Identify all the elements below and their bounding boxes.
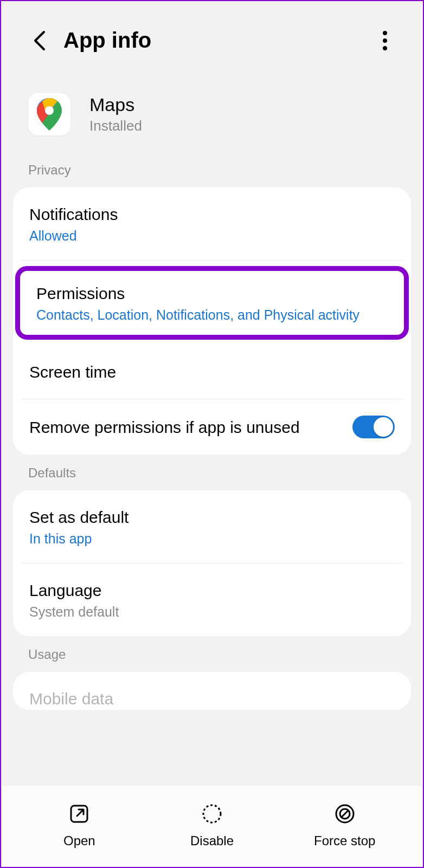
disable-icon	[200, 802, 224, 826]
more-options-button[interactable]	[374, 30, 396, 51]
app-name: Maps	[89, 94, 142, 115]
permissions-sub: Contacts, Location, Notifications, and P…	[36, 307, 388, 323]
defaults-card: Set as default In this app Language Syst…	[13, 490, 411, 636]
app-header: Maps Installed	[1, 72, 423, 152]
open-icon	[67, 802, 91, 826]
svg-point-2	[383, 46, 387, 50]
notifications-row[interactable]: Notifications Allowed	[13, 187, 411, 260]
app-status: Installed	[89, 118, 142, 134]
page-title: App info	[63, 28, 374, 53]
permissions-row[interactable]: Permissions Contacts, Location, Notifica…	[15, 266, 409, 340]
svg-point-6	[203, 805, 221, 822]
notifications-title: Notifications	[29, 204, 395, 225]
notifications-sub: Allowed	[29, 228, 395, 244]
language-sub: System default	[29, 604, 395, 620]
svg-point-1	[383, 38, 387, 43]
app-icon	[28, 93, 70, 135]
screen-time-row[interactable]: Screen time	[13, 345, 411, 399]
open-label: Open	[63, 833, 95, 848]
more-vertical-icon	[382, 30, 388, 51]
privacy-card: Notifications Allowed Permissions Contac…	[13, 187, 411, 455]
language-title: Language	[29, 580, 395, 601]
remove-permissions-toggle[interactable]	[352, 416, 395, 438]
usage-card: Mobile data	[13, 672, 411, 710]
language-row[interactable]: Language System default	[13, 563, 411, 636]
app-info-text: Maps Installed	[89, 94, 142, 134]
svg-point-0	[383, 31, 387, 35]
section-usage: Usage	[1, 636, 423, 672]
force-stop-label: Force stop	[314, 833, 375, 848]
bottom-action-bar: Open Disable Force stop	[2, 786, 422, 867]
open-button[interactable]: Open	[13, 802, 146, 848]
set-default-title: Set as default	[29, 507, 395, 528]
disable-button[interactable]: Disable	[146, 802, 279, 848]
permissions-highlight: Permissions Contacts, Location, Notifica…	[13, 261, 411, 345]
section-privacy: Privacy	[1, 152, 423, 187]
back-button[interactable]	[28, 30, 50, 51]
google-maps-pin-icon	[37, 98, 62, 131]
disable-label: Disable	[190, 833, 234, 848]
force-stop-button[interactable]: Force stop	[278, 802, 411, 848]
remove-permissions-row[interactable]: Remove permissions if app is unused	[13, 399, 411, 455]
remove-permissions-title: Remove permissions if app is unused	[29, 417, 352, 438]
svg-line-9	[341, 810, 349, 818]
mobile-data-title: Mobile data	[29, 688, 395, 709]
back-chevron-icon	[32, 30, 46, 51]
set-default-sub: In this app	[29, 531, 395, 547]
mobile-data-row[interactable]: Mobile data	[13, 672, 411, 709]
section-defaults: Defaults	[1, 455, 423, 490]
permissions-title: Permissions	[36, 283, 388, 304]
set-default-row[interactable]: Set as default In this app	[13, 490, 411, 563]
screen-time-title: Screen time	[29, 361, 395, 383]
force-stop-icon	[333, 802, 357, 826]
svg-point-3	[45, 106, 54, 115]
header-bar: App info	[1, 1, 423, 72]
toggle-knob	[374, 417, 393, 437]
